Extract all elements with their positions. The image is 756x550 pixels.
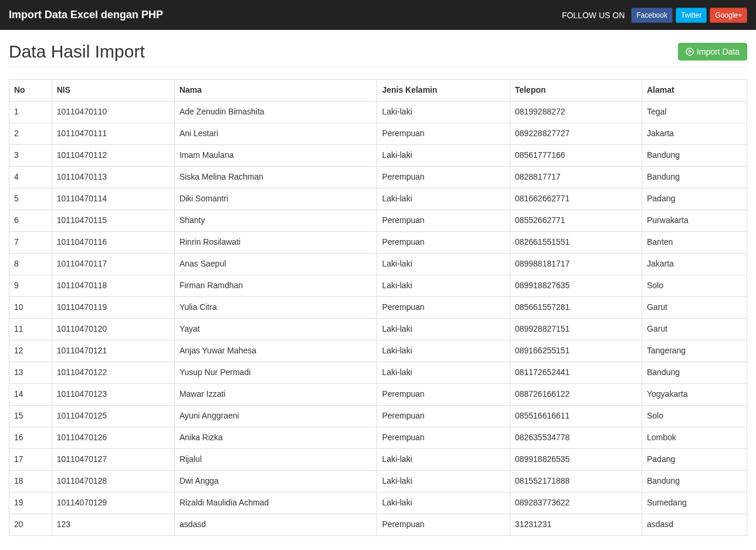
- cell-telepon: 08561777166: [510, 144, 642, 166]
- cell-nama: Ade Zenudin Bimashita: [174, 101, 377, 123]
- cell-nama: Rinrin Rosilawati: [174, 231, 377, 253]
- cell-jenis_kelamin: Perempuan: [377, 427, 510, 448]
- cell-nis: 10110470112: [52, 144, 174, 166]
- cell-telepon: 08552662771: [510, 210, 642, 231]
- cell-telepon: 0828817717: [510, 166, 642, 188]
- cell-alamat: Bandung: [642, 166, 747, 188]
- cell-no: 3: [9, 144, 52, 166]
- table-row: 1410110470123Mawar IzzatiPerempuan088726…: [9, 383, 747, 405]
- cell-telepon: 08199288272: [510, 101, 642, 123]
- navbar-brand[interactable]: Import Data Excel dengan PHP: [9, 0, 163, 30]
- table-row: 1710110470127RijalulLaki-laki08991882653…: [9, 448, 747, 470]
- cell-nama: Ani Lestari: [174, 123, 377, 144]
- page-header: Data Hasil Import Import Data: [9, 30, 747, 68]
- header-no: No: [9, 80, 52, 102]
- cell-nis: 10110470115: [52, 210, 174, 231]
- cell-telepon: 089228827727: [510, 123, 642, 144]
- table-row: 1110110470120YayatLaki-laki089928827151G…: [9, 318, 747, 340]
- cell-nama: Shanty: [174, 210, 377, 231]
- google-plus-button[interactable]: Google+: [710, 8, 747, 23]
- cell-telepon: 088726166122: [510, 383, 642, 405]
- cell-jenis_kelamin: Laki-laki: [377, 448, 510, 470]
- import-data-button[interactable]: Import Data: [678, 43, 747, 60]
- cell-alamat: Jakarta: [642, 253, 747, 275]
- cell-nis: 10110470127: [52, 448, 174, 470]
- table-head: No NIS Nama Jenis Kelamin Telepon Alamat: [9, 80, 747, 102]
- table-row: 1310110470122Yusup Nur PermadiLaki-laki0…: [9, 362, 747, 383]
- cell-jenis_kelamin: Laki-laki: [377, 275, 510, 296]
- table-row: 410110470113Siska Melina RachmanPerempua…: [9, 166, 747, 188]
- cell-nis: 10110470125: [52, 405, 174, 427]
- cell-alamat: Padang: [642, 188, 747, 210]
- header-nis: NIS: [52, 80, 174, 102]
- cell-nama: Rizaldi Maulidia Achmad: [174, 492, 377, 514]
- cell-nama: Ayuni Anggraeni: [174, 405, 377, 427]
- cell-alamat: Sumedang: [642, 492, 747, 514]
- cell-telepon: 085661557281: [510, 296, 642, 318]
- cell-nis: 123: [52, 514, 174, 535]
- cell-jenis_kelamin: Laki-laki: [377, 470, 510, 492]
- table-row: 1910114070129Rizaldi Maulidia AchmadLaki…: [9, 492, 747, 514]
- cell-alamat: Bandung: [642, 144, 747, 166]
- cell-nama: Mawar Izzati: [174, 383, 377, 405]
- cell-telepon: 085516616611: [510, 405, 642, 427]
- cell-nama: asdasd: [174, 514, 377, 535]
- cell-no: 9: [9, 275, 52, 296]
- cell-alamat: Bandung: [642, 362, 747, 383]
- header-nama: Nama: [174, 80, 377, 102]
- cell-no: 11: [9, 318, 52, 340]
- cell-nama: Rijalul: [174, 448, 377, 470]
- cell-jenis_kelamin: Perempuan: [377, 405, 510, 427]
- cell-telepon: 082635534778: [510, 427, 642, 448]
- twitter-button[interactable]: Twitter: [676, 8, 707, 23]
- cell-nama: Diki Somantri: [174, 188, 377, 210]
- cell-no: 7: [9, 231, 52, 253]
- table-row: 510110470114Diki SomantriLaki-laki081662…: [9, 188, 747, 210]
- cell-telepon: 081662662771: [510, 188, 642, 210]
- cell-nama: Siska Melina Rachman: [174, 166, 377, 188]
- cell-telepon: 081552171888: [510, 470, 642, 492]
- header-alamat: Alamat: [642, 80, 747, 102]
- cell-telepon: 089166255151: [510, 340, 642, 362]
- cell-nis: 10110470121: [52, 340, 174, 362]
- facebook-button[interactable]: Facebook: [631, 8, 673, 23]
- cell-nis: 10110470116: [52, 231, 174, 253]
- table-row: 610110470115ShantyPerempuan08552662771Pu…: [9, 210, 747, 231]
- cell-no: 2: [9, 123, 52, 144]
- cell-nama: Anas Saepul: [174, 253, 377, 275]
- cell-alamat: Garut: [642, 318, 747, 340]
- header-telepon: Telepon: [510, 80, 642, 102]
- table-row: 310110470112Imam MaulanaLaki-laki0856177…: [9, 144, 747, 166]
- cell-no: 10: [9, 296, 52, 318]
- navbar: Import Data Excel dengan PHP FOLLOW US O…: [0, 0, 756, 30]
- follow-us-label: FOLLOW US ON: [562, 11, 625, 20]
- cell-nama: Yulia Citra: [174, 296, 377, 318]
- cell-jenis_kelamin: Laki-laki: [377, 253, 510, 275]
- table-row: 1010110470119Yulia CitraPerempuan0856615…: [9, 296, 747, 318]
- table-row: 1210110470121Anjas Yuwar MahesaLaki-laki…: [9, 340, 747, 362]
- cell-no: 19: [9, 492, 52, 514]
- cell-no: 5: [9, 188, 52, 210]
- cell-jenis_kelamin: Laki-laki: [377, 144, 510, 166]
- cell-jenis_kelamin: Laki-laki: [377, 101, 510, 123]
- cell-nama: Anjas Yuwar Mahesa: [174, 340, 377, 362]
- table-row: 810110470117Anas SaepulLaki-laki08998818…: [9, 253, 747, 275]
- cell-no: 15: [9, 405, 52, 427]
- cell-no: 17: [9, 448, 52, 470]
- cell-nama: Yusup Nur Permadi: [174, 362, 377, 383]
- table-row: 210110470111Ani LestariPerempuan08922882…: [9, 123, 747, 144]
- header-jenis-kelamin: Jenis Kelamin: [377, 80, 510, 102]
- cell-nama: Firman Ramdhan: [174, 275, 377, 296]
- table-row: 1510110470125Ayuni AnggraeniPerempuan085…: [9, 405, 747, 427]
- cell-alamat: Solo: [642, 275, 747, 296]
- cell-telepon: 081172652441: [510, 362, 642, 383]
- cell-nis: 10110470123: [52, 383, 174, 405]
- cell-jenis_kelamin: Perempuan: [377, 231, 510, 253]
- cell-telepon: 31231231: [510, 514, 642, 535]
- cell-no: 8: [9, 253, 52, 275]
- cell-no: 14: [9, 383, 52, 405]
- cell-nis: 10110470118: [52, 275, 174, 296]
- cell-alamat: Padang: [642, 448, 747, 470]
- cell-nis: 10110470117: [52, 253, 174, 275]
- cell-jenis_kelamin: Perempuan: [377, 514, 510, 535]
